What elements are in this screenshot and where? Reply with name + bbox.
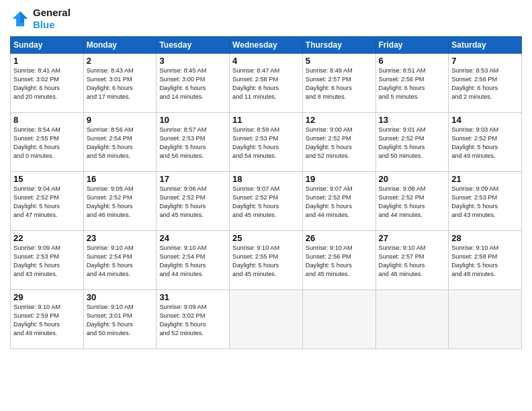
calendar-cell: 3Sunrise: 8:45 AM Sunset: 3:00 PM Daylig… (157, 54, 230, 113)
day-number: 30 (87, 292, 154, 302)
calendar-cell: 8Sunrise: 8:54 AM Sunset: 2:55 PM Daylig… (11, 113, 84, 172)
calendar-cell: 13Sunrise: 9:01 AM Sunset: 2:52 PM Dayli… (375, 113, 449, 172)
calendar-cell: 21Sunrise: 9:09 AM Sunset: 2:53 PM Dayli… (449, 172, 522, 231)
calendar-cell: 5Sunrise: 8:49 AM Sunset: 2:57 PM Daylig… (302, 54, 375, 113)
day-number: 6 (379, 56, 446, 66)
day-number: 28 (451, 233, 519, 243)
calendar-week-3: 15Sunrise: 9:04 AM Sunset: 2:52 PM Dayli… (11, 172, 522, 231)
cell-text: Sunrise: 9:06 AM Sunset: 2:52 PM Dayligh… (159, 185, 226, 220)
calendar-cell: 16Sunrise: 9:05 AM Sunset: 2:52 PM Dayli… (83, 172, 157, 231)
day-number: 15 (13, 174, 81, 184)
day-number: 3 (159, 56, 226, 66)
calendar-cell (302, 290, 375, 349)
calendar-cell: 15Sunrise: 9:04 AM Sunset: 2:52 PM Dayli… (11, 172, 84, 231)
calendar-cell: 24Sunrise: 9:10 AM Sunset: 2:54 PM Dayli… (157, 231, 230, 290)
day-number: 23 (87, 233, 154, 243)
weekday-header-row: SundayMondayTuesdayWednesdayThursdayFrid… (11, 37, 522, 54)
weekday-header-sunday: Sunday (11, 37, 84, 54)
day-number: 5 (306, 56, 373, 66)
header: General Blue (10, 7, 522, 31)
day-number: 2 (87, 56, 154, 66)
cell-text: Sunrise: 9:09 AM Sunset: 2:53 PM Dayligh… (13, 244, 81, 279)
page: General Blue SundayMondayTuesdayWednesda… (0, 0, 532, 411)
cell-text: Sunrise: 8:41 AM Sunset: 3:02 PM Dayligh… (13, 66, 81, 101)
calendar-cell: 9Sunrise: 8:56 AM Sunset: 2:54 PM Daylig… (83, 113, 157, 172)
calendar-cell: 27Sunrise: 9:10 AM Sunset: 2:57 PM Dayli… (375, 231, 449, 290)
cell-text: Sunrise: 8:54 AM Sunset: 2:55 PM Dayligh… (13, 126, 81, 161)
weekday-header-wednesday: Wednesday (230, 37, 303, 54)
calendar-week-4: 22Sunrise: 9:09 AM Sunset: 2:53 PM Dayli… (11, 231, 522, 290)
calendar: SundayMondayTuesdayWednesdayThursdayFrid… (10, 36, 522, 349)
day-number: 21 (451, 174, 519, 184)
calendar-cell: 1Sunrise: 8:41 AM Sunset: 3:02 PM Daylig… (11, 54, 84, 113)
calendar-cell: 19Sunrise: 9:07 AM Sunset: 2:52 PM Dayli… (302, 172, 375, 231)
day-number: 13 (379, 115, 446, 125)
cell-text: Sunrise: 8:59 AM Sunset: 2:53 PM Dayligh… (232, 126, 300, 161)
weekday-header-thursday: Thursday (302, 37, 375, 54)
cell-text: Sunrise: 9:04 AM Sunset: 2:52 PM Dayligh… (13, 185, 81, 220)
calendar-cell: 14Sunrise: 9:03 AM Sunset: 2:52 PM Dayli… (449, 113, 522, 172)
cell-text: Sunrise: 9:10 AM Sunset: 3:01 PM Dayligh… (87, 303, 154, 338)
day-number: 9 (87, 115, 154, 125)
cell-text: Sunrise: 9:08 AM Sunset: 2:52 PM Dayligh… (379, 185, 446, 220)
cell-text: Sunrise: 9:10 AM Sunset: 2:54 PM Dayligh… (87, 244, 154, 279)
weekday-header-monday: Monday (83, 37, 157, 54)
calendar-cell: 31Sunrise: 9:09 AM Sunset: 3:02 PM Dayli… (157, 290, 230, 349)
day-number: 14 (451, 115, 519, 125)
calendar-cell: 22Sunrise: 9:09 AM Sunset: 2:53 PM Dayli… (11, 231, 84, 290)
calendar-cell: 4Sunrise: 8:47 AM Sunset: 2:58 PM Daylig… (230, 54, 303, 113)
day-number: 12 (306, 115, 373, 125)
weekday-header-tuesday: Tuesday (157, 37, 230, 54)
day-number: 25 (232, 233, 300, 243)
cell-text: Sunrise: 9:09 AM Sunset: 2:53 PM Dayligh… (451, 185, 519, 220)
logo-text: General Blue (33, 7, 71, 31)
calendar-cell: 29Sunrise: 9:10 AM Sunset: 2:59 PM Dayli… (11, 290, 84, 349)
day-number: 1 (13, 56, 81, 66)
calendar-week-1: 1Sunrise: 8:41 AM Sunset: 3:02 PM Daylig… (11, 54, 522, 113)
day-number: 11 (232, 115, 300, 125)
calendar-cell (230, 290, 303, 349)
cell-text: Sunrise: 8:43 AM Sunset: 3:01 PM Dayligh… (87, 66, 154, 101)
calendar-cell (375, 290, 449, 349)
cell-text: Sunrise: 9:00 AM Sunset: 2:52 PM Dayligh… (306, 126, 373, 161)
cell-text: Sunrise: 8:56 AM Sunset: 2:54 PM Dayligh… (87, 126, 154, 161)
day-number: 19 (306, 174, 373, 184)
calendar-cell: 10Sunrise: 8:57 AM Sunset: 2:53 PM Dayli… (157, 113, 230, 172)
calendar-cell: 30Sunrise: 9:10 AM Sunset: 3:01 PM Dayli… (83, 290, 157, 349)
calendar-cell: 28Sunrise: 9:10 AM Sunset: 2:58 PM Dayli… (449, 231, 522, 290)
day-number: 18 (232, 174, 300, 184)
cell-text: Sunrise: 9:10 AM Sunset: 2:55 PM Dayligh… (232, 244, 300, 279)
logo: General Blue (10, 7, 71, 31)
day-number: 10 (159, 115, 226, 125)
calendar-cell (449, 290, 522, 349)
cell-text: Sunrise: 9:10 AM Sunset: 2:58 PM Dayligh… (451, 244, 519, 279)
calendar-cell: 18Sunrise: 9:07 AM Sunset: 2:52 PM Dayli… (230, 172, 303, 231)
day-number: 22 (13, 233, 81, 243)
cell-text: Sunrise: 9:03 AM Sunset: 2:52 PM Dayligh… (451, 126, 519, 161)
day-number: 29 (13, 292, 81, 302)
day-number: 7 (451, 56, 519, 66)
calendar-cell: 11Sunrise: 8:59 AM Sunset: 2:53 PM Dayli… (230, 113, 303, 172)
calendar-cell: 23Sunrise: 9:10 AM Sunset: 2:54 PM Dayli… (83, 231, 157, 290)
svg-marker-1 (20, 11, 28, 23)
calendar-cell: 7Sunrise: 8:53 AM Sunset: 2:56 PM Daylig… (449, 54, 522, 113)
cell-text: Sunrise: 8:47 AM Sunset: 2:58 PM Dayligh… (232, 66, 300, 101)
weekday-header-saturday: Saturday (449, 37, 522, 54)
cell-text: Sunrise: 8:51 AM Sunset: 2:56 PM Dayligh… (379, 66, 446, 101)
calendar-cell: 20Sunrise: 9:08 AM Sunset: 2:52 PM Dayli… (375, 172, 449, 231)
logo-icon (10, 9, 30, 29)
cell-text: Sunrise: 9:10 AM Sunset: 2:57 PM Dayligh… (379, 244, 446, 279)
cell-text: Sunrise: 9:10 AM Sunset: 2:54 PM Dayligh… (159, 244, 226, 279)
day-number: 20 (379, 174, 446, 184)
cell-text: Sunrise: 9:07 AM Sunset: 2:52 PM Dayligh… (306, 185, 373, 220)
cell-text: Sunrise: 9:01 AM Sunset: 2:52 PM Dayligh… (379, 126, 446, 161)
calendar-week-2: 8Sunrise: 8:54 AM Sunset: 2:55 PM Daylig… (11, 113, 522, 172)
cell-text: Sunrise: 8:45 AM Sunset: 3:00 PM Dayligh… (159, 66, 226, 101)
day-number: 17 (159, 174, 226, 184)
day-number: 16 (87, 174, 154, 184)
cell-text: Sunrise: 9:05 AM Sunset: 2:52 PM Dayligh… (87, 185, 154, 220)
calendar-cell: 26Sunrise: 9:10 AM Sunset: 2:56 PM Dayli… (302, 231, 375, 290)
day-number: 26 (306, 233, 373, 243)
calendar-cell: 6Sunrise: 8:51 AM Sunset: 2:56 PM Daylig… (375, 54, 449, 113)
calendar-cell: 25Sunrise: 9:10 AM Sunset: 2:55 PM Dayli… (230, 231, 303, 290)
